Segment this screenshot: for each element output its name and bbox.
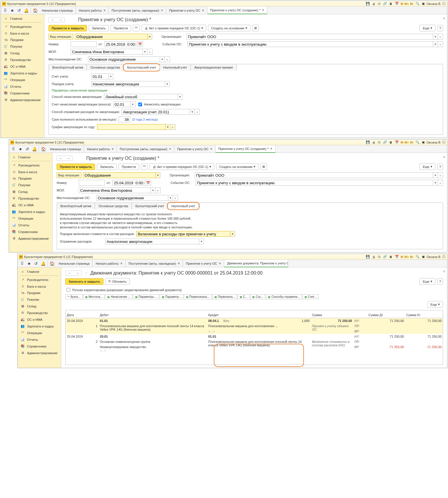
dropdown-icon[interactable]: ▼ <box>143 49 147 55</box>
tab-noncurrent[interactable]: Внеоборотный актив <box>49 64 87 71</box>
close-icon[interactable]: × <box>202 8 204 12</box>
write-button[interactable]: Записать <box>97 164 117 170</box>
subtab[interactable]: ▦Местона... <box>83 294 105 299</box>
star-icon[interactable]: ★ <box>17 146 24 152</box>
subtab[interactable]: ▦Способы отражени... <box>266 294 302 299</box>
method-select[interactable] <box>104 94 178 100</box>
subtab[interactable]: ▦Сос... <box>250 294 265 299</box>
tab-accept-create[interactable]: Принятие к учету ОС (создание) *× <box>216 145 276 153</box>
user-label[interactable]: Оксана В <box>427 2 440 6</box>
help-button[interactable]: ? <box>437 278 443 285</box>
sidebar-item-purchase[interactable]: 🛒Покупки <box>1 43 44 50</box>
subtab[interactable]: ᴬᴷБухга... <box>65 294 83 299</box>
col-date[interactable]: Дата <box>66 312 99 318</box>
open-icon[interactable]: ⬨ <box>438 41 443 47</box>
life-input[interactable] <box>119 117 130 122</box>
op-type-select[interactable] <box>83 172 156 178</box>
col-sum-dt[interactable]: Сумма Дт <box>367 312 405 318</box>
sidebar-item-stock[interactable]: ▦Склад <box>1 50 44 56</box>
tab-receipt[interactable]: Поступление (акты, накладные)× <box>117 145 174 153</box>
dropdown-icon[interactable]: ▼ <box>160 56 165 62</box>
subtab[interactable]: ▦С... <box>238 294 250 299</box>
account-select[interactable] <box>91 74 109 79</box>
loc-select[interactable] <box>96 195 168 201</box>
tab-home[interactable]: Начальная страница <box>47 145 84 153</box>
close-icon[interactable]: × <box>443 269 445 274</box>
subtab[interactable]: ▦Начисление ... <box>105 294 132 299</box>
zoom-icon[interactable]: 🔍 <box>415 2 420 6</box>
loc-select[interactable] <box>88 56 160 62</box>
num-input[interactable] <box>79 180 105 186</box>
back-button[interactable]: ← <box>57 156 65 161</box>
link-icon[interactable]: 🔗 <box>382 2 388 6</box>
create-based-button[interactable]: Создать на основании ▾ <box>208 25 250 31</box>
tab-home[interactable]: Начальная страница <box>39 7 76 14</box>
post-close-button[interactable]: Провести и закрыть <box>49 25 87 31</box>
subtab[interactable]: ▦Параметр... <box>160 294 183 299</box>
open-icon[interactable]: ⬨ <box>195 109 200 115</box>
mem-mminus[interactable]: M- <box>410 2 414 6</box>
back-button[interactable]: ← <box>49 17 57 22</box>
col-debit[interactable]: Дебет <box>99 312 207 318</box>
cal-icon[interactable]: 📅 <box>394 2 399 6</box>
tab-accounting[interactable]: Бухгалтерский учет <box>124 64 160 71</box>
sidebar-item-production[interactable]: ⚙Производство <box>1 56 44 63</box>
history-icon[interactable]: ↺ <box>24 146 31 152</box>
table-row[interactable]: 1 Плосковязальная машина для изготовлени… <box>66 323 443 329</box>
tab-tax[interactable]: Налоговый учет <box>168 203 199 209</box>
more-button[interactable]: Еще ▾ <box>420 278 435 285</box>
dropdown-icon[interactable]: ▼ <box>148 34 152 40</box>
mol-select[interactable] <box>79 187 151 193</box>
col-sum[interactable]: Сумма <box>311 312 353 318</box>
mem-m[interactable]: M <box>401 2 403 6</box>
refresh-button[interactable]: ↻ Обновить <box>105 278 130 285</box>
sidebar-item-admin[interactable]: ✿Администрирование <box>1 96 44 103</box>
subtab[interactable]: ▦Первонача... <box>212 294 237 299</box>
dropdown-icon[interactable]: ▼ <box>178 94 182 100</box>
tab-accept[interactable]: Принятие к учету ОС× <box>166 7 207 14</box>
dropdown-icon[interactable]: ▼ <box>165 81 170 87</box>
fwd-button[interactable]: → <box>74 271 81 275</box>
dep-checkbox[interactable]: Начислять амортизацию <box>137 102 181 107</box>
create-based-button[interactable]: Создать на основании ▾ <box>216 163 259 170</box>
more-button[interactable]: Еще ▾ <box>420 25 435 31</box>
dropdown-icon[interactable]: ▼ <box>109 74 113 79</box>
write-button[interactable]: Записать <box>89 25 109 31</box>
open-icon[interactable]: ⬨ <box>438 34 443 40</box>
org-select[interactable] <box>187 34 433 40</box>
close-icon[interactable]: × <box>443 16 445 21</box>
tab-accept[interactable]: Принятие к учету ОС× <box>174 145 216 153</box>
sidebar-item-ops[interactable]: ᴬᴷОперации <box>1 76 44 83</box>
q-icon[interactable]: ◷ <box>377 2 381 6</box>
sidebar-item-reports[interactable]: 📊Отчеты <box>1 83 44 90</box>
sidebar-item-bank[interactable]: ⊙Банк и касса <box>1 30 44 37</box>
mol-select[interactable] <box>71 49 143 55</box>
tab-start[interactable]: Начало работы× <box>76 7 109 14</box>
info-icon[interactable]: ⓘ <box>442 1 446 6</box>
tab-home[interactable]: Начальная страница <box>56 260 93 267</box>
tab-accept-create[interactable]: Принятие к учету ОС (создание) *× <box>207 7 268 14</box>
save-close-button[interactable]: Записать и закрыть <box>65 278 103 285</box>
close-icon[interactable]: × <box>161 8 163 12</box>
mem-mplus[interactable]: M+ <box>404 2 409 6</box>
order-select[interactable] <box>91 81 165 87</box>
op-type-select[interactable] <box>75 34 148 40</box>
dropdown-icon[interactable]: ▼ <box>166 124 170 130</box>
dropdown-icon[interactable]: ▼ <box>190 109 195 115</box>
col-sum-kt[interactable]: Сумма Кт <box>405 312 443 318</box>
tab-receipt[interactable]: Поступление (акты, накладные)× <box>126 260 183 267</box>
star-icon[interactable]: ☆ <box>84 270 88 276</box>
apps-icon[interactable]: ⠿ <box>10 146 17 152</box>
sidebar-item-salary[interactable]: 👥Зарплата и кадры <box>1 70 44 76</box>
open-icon[interactable]: ⬨ <box>147 49 153 55</box>
print-button[interactable]: 🖨 Акт о приеме-передаче ОС (ОС-1) ▾ <box>150 163 214 170</box>
dep-acct-select[interactable] <box>113 101 131 107</box>
manual-checkbox[interactable]: Ручная корректировка (разрешает редактир… <box>65 287 182 293</box>
bell-icon[interactable]: 🔔 <box>31 146 37 152</box>
sidebar-item-main[interactable]: ≡Главное <box>1 15 44 22</box>
sidebar-item-manager[interactable]: ↗Руководителю <box>1 23 44 30</box>
more-button[interactable]: Еще ▾ <box>427 301 443 308</box>
tab-start[interactable]: Начало работы× <box>93 260 126 267</box>
close-icon[interactable]: × <box>443 155 445 159</box>
home-icon[interactable]: 🏠 <box>32 7 38 14</box>
